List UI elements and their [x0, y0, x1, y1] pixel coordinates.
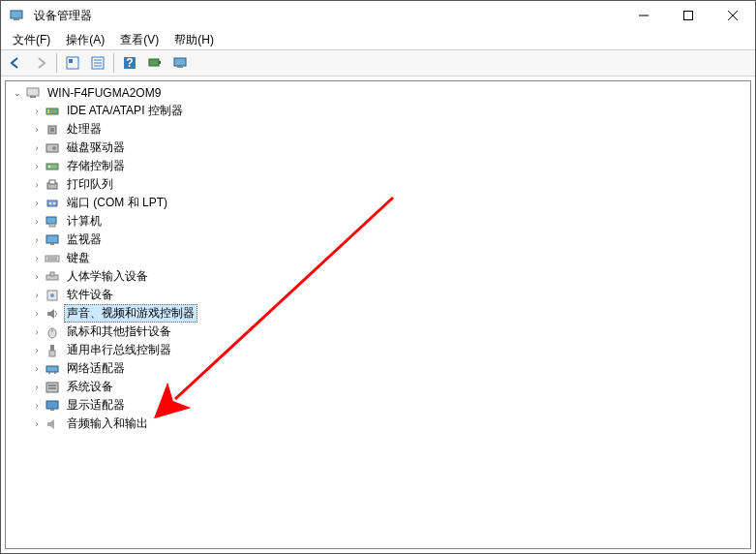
tree-node-audio[interactable]: ›音频输入和输出: [6, 415, 750, 433]
tree-node-ide[interactable]: ›IDE ATA/ATAPI 控制器: [6, 102, 750, 120]
monitor-icon: [45, 232, 60, 248]
expand-icon[interactable]: ›: [29, 398, 45, 414]
tree-node-label: 音频输入和输出: [64, 415, 151, 433]
tree-node-system[interactable]: ›系统设备: [6, 378, 750, 396]
expand-icon[interactable]: ›: [29, 343, 45, 358]
expand-icon[interactable]: ›: [29, 104, 45, 119]
tree-node-label: WIN-F4FUGMA2OM9: [45, 85, 164, 101]
expand-icon[interactable]: ›: [29, 288, 45, 303]
tree-node-label: 处理器: [64, 120, 105, 138]
expand-icon[interactable]: ›: [29, 324, 45, 340]
tree-node-mouse[interactable]: ›鼠标和其他指针设备: [6, 323, 750, 341]
expand-icon[interactable]: ›: [29, 214, 45, 230]
svg-rect-53: [48, 387, 56, 389]
device-tree[interactable]: ⌄WIN-F4FUGMA2OM9›IDE ATA/ATAPI 控制器›处理器›磁…: [5, 80, 751, 549]
cpu-icon: [45, 122, 60, 138]
tree-node-label: 磁盘驱动器: [64, 138, 128, 157]
tree-node-keyboard[interactable]: ›键盘: [6, 249, 750, 267]
toolbar-forward-button[interactable]: [29, 51, 52, 75]
hid-icon: [45, 269, 60, 285]
tree-node-software[interactable]: ›软件设备: [6, 286, 750, 304]
disk-icon: [45, 140, 60, 156]
toolbar-monitor-button[interactable]: [168, 51, 192, 75]
expand-icon[interactable]: ›: [29, 196, 45, 211]
tree-node-printer[interactable]: ›打印队列: [6, 175, 750, 194]
toolbar-show-hidden-button[interactable]: [61, 51, 84, 75]
network-icon: [45, 361, 60, 377]
svg-rect-1: [14, 18, 19, 20]
toolbar-back-button[interactable]: [4, 51, 27, 75]
svg-rect-36: [50, 243, 54, 245]
toolbar: ?: [1, 49, 755, 77]
maximize-button[interactable]: [666, 1, 711, 30]
toolbar-help-button[interactable]: ?: [118, 51, 141, 75]
expand-icon[interactable]: ›: [29, 159, 45, 174]
svg-rect-46: [50, 345, 54, 351]
expand-icon[interactable]: ›: [29, 416, 45, 432]
expand-icon[interactable]: ›: [29, 269, 45, 285]
svg-rect-47: [49, 351, 55, 356]
expand-icon[interactable]: ›: [29, 177, 45, 193]
menu-file[interactable]: 文件(F): [5, 30, 58, 50]
tree-node-disk[interactable]: ›磁盘驱动器: [6, 138, 750, 157]
svg-rect-3: [684, 12, 693, 20]
tree-node-sound[interactable]: ›声音、视频和游戏控制器: [6, 304, 750, 323]
tree-root-node[interactable]: ⌄WIN-F4FUGMA2OM9: [6, 83, 750, 102]
expand-icon[interactable]: ›: [29, 251, 45, 266]
usb-icon: [45, 343, 60, 358]
minimize-button[interactable]: [621, 1, 666, 30]
ide-icon: [45, 104, 60, 119]
svg-rect-18: [27, 88, 39, 96]
expand-icon[interactable]: ›: [29, 380, 45, 395]
menu-help[interactable]: 帮助(H): [166, 30, 222, 50]
tree-node-monitor[interactable]: ›监视器: [6, 231, 750, 249]
tree-node-network[interactable]: ›网络适配器: [6, 359, 750, 378]
svg-rect-21: [47, 109, 49, 113]
sound-icon: [45, 306, 60, 322]
svg-rect-41: [50, 272, 54, 276]
titlebar: 设备管理器: [1, 1, 755, 30]
expand-icon[interactable]: ⌄: [10, 85, 25, 101]
storage-icon: [45, 159, 60, 174]
app-icon: [9, 8, 24, 23]
expand-icon[interactable]: ›: [29, 306, 45, 322]
toolbar-separator: [56, 53, 57, 73]
tree-node-port[interactable]: ›端口 (COM 和 LPT): [6, 194, 750, 212]
printer-icon: [45, 177, 60, 193]
toolbar-scan-button[interactable]: [143, 51, 166, 75]
svg-rect-37: [45, 256, 59, 262]
expand-icon[interactable]: ›: [29, 140, 45, 156]
tree-node-usb[interactable]: ›通用串行总线控制器: [6, 341, 750, 359]
svg-rect-35: [46, 235, 58, 243]
menu-view[interactable]: 查看(V): [112, 30, 166, 50]
svg-point-25: [52, 146, 56, 150]
tree-node-label: IDE ATA/ATAPI 控制器: [64, 102, 186, 120]
expand-icon[interactable]: ›: [29, 122, 45, 138]
tree-node-label: 人体学输入设备: [64, 267, 151, 286]
toolbar-separator: [113, 53, 114, 73]
pc-icon: [45, 214, 60, 230]
software-icon: [45, 288, 60, 303]
svg-rect-29: [49, 180, 55, 184]
menu-action[interactable]: 操作(A): [58, 30, 112, 50]
svg-rect-34: [49, 224, 55, 227]
svg-rect-52: [48, 385, 56, 386]
tree-node-cpu[interactable]: ›处理器: [6, 120, 750, 138]
tree-node-display[interactable]: ›显示适配器: [6, 396, 750, 415]
close-button[interactable]: [711, 1, 755, 30]
tree-node-pc[interactable]: ›计算机: [6, 212, 750, 231]
tree-node-label: 鼠标和其他指针设备: [64, 323, 174, 341]
tree-node-hid[interactable]: ›人体学输入设备: [6, 267, 750, 286]
tree-node-storage[interactable]: ›存储控制器: [6, 157, 750, 175]
tree-node-label: 显示适配器: [64, 396, 128, 415]
svg-rect-23: [50, 128, 54, 132]
svg-rect-16: [174, 58, 186, 66]
svg-point-43: [50, 293, 54, 297]
expand-icon[interactable]: ›: [29, 361, 45, 377]
keyboard-icon: [45, 251, 60, 266]
svg-rect-19: [30, 96, 36, 98]
toolbar-properties-button[interactable]: [86, 51, 109, 75]
expand-icon[interactable]: ›: [29, 232, 45, 248]
tree-node-label: 打印队列: [64, 175, 116, 194]
menubar: 文件(F) 操作(A) 查看(V) 帮助(H): [1, 30, 755, 49]
